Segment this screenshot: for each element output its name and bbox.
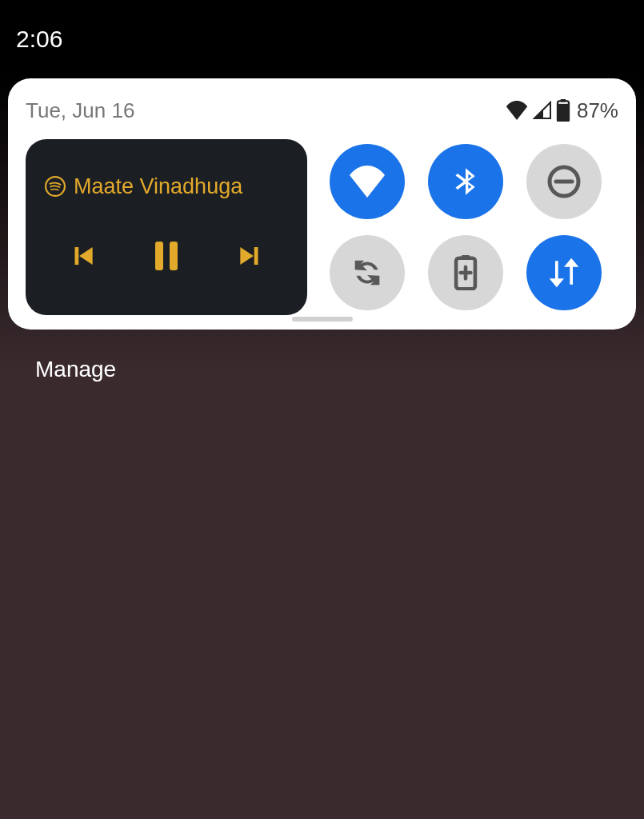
- battery-saver-toggle[interactable]: [428, 235, 503, 310]
- status-bar: 2:06: [0, 0, 644, 78]
- previous-track-icon[interactable]: [67, 241, 98, 271]
- svg-rect-4: [155, 242, 163, 270]
- auto-rotate-icon: [349, 254, 386, 291]
- date-text: Tue, Jun 16: [26, 98, 134, 123]
- media-title: Maate Vinadhuga: [74, 174, 242, 199]
- bluetooth-toggle[interactable]: [428, 144, 503, 219]
- media-player-card[interactable]: Maate Vinadhuga: [26, 139, 307, 315]
- manage-button[interactable]: Manage: [0, 330, 644, 410]
- clock: 2:06: [16, 26, 62, 53]
- quick-settings-grid: [330, 139, 602, 315]
- do-not-disturb-toggle[interactable]: [526, 144, 602, 219]
- manage-label: Manage: [35, 357, 116, 382]
- wifi-toggle[interactable]: [330, 144, 405, 219]
- bluetooth-icon: [450, 162, 482, 201]
- wifi-icon: [348, 166, 386, 198]
- mobile-data-toggle[interactable]: [526, 235, 602, 310]
- quick-settings-panel: Tue, Jun 16 87% Maate Vinadhuga: [8, 78, 636, 330]
- mobile-data-icon: [546, 255, 582, 290]
- media-controls: [45, 237, 288, 282]
- signal-status-icon: [532, 101, 553, 120]
- spotify-icon: [45, 176, 66, 197]
- battery-saver-icon: [454, 255, 478, 290]
- battery-percent: 87%: [577, 98, 618, 123]
- auto-rotate-toggle[interactable]: [330, 235, 405, 310]
- drag-handle[interactable]: [292, 317, 353, 322]
- media-title-row: Maate Vinadhuga: [45, 174, 288, 199]
- battery-status-icon: [556, 99, 570, 122]
- next-track-icon[interactable]: [235, 241, 266, 271]
- panel-body: Maate Vinadhuga: [26, 139, 618, 315]
- panel-header: Tue, Jun 16 87%: [26, 93, 618, 128]
- pause-icon[interactable]: [147, 237, 186, 275]
- wifi-status-icon: [505, 101, 529, 120]
- do-not-disturb-icon: [545, 162, 583, 201]
- status-icons: 87%: [505, 98, 618, 123]
- svg-rect-5: [170, 242, 178, 270]
- svg-rect-2: [558, 104, 569, 122]
